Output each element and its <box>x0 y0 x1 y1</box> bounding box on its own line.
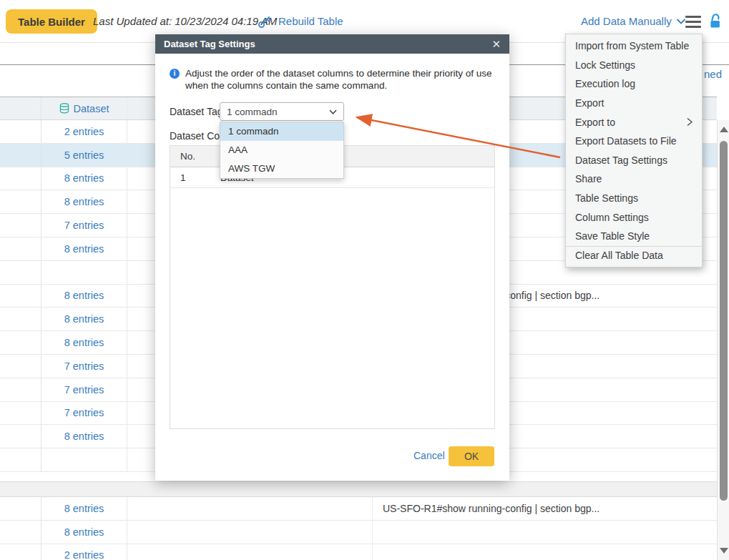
row-entries-link[interactable]: 2 entries <box>64 126 104 137</box>
row-cell: 7 entries <box>41 355 127 378</box>
row-number: 1 <box>170 172 220 183</box>
row-cell <box>0 190 41 213</box>
row-cell <box>0 448 41 471</box>
row-cell: 2 entries <box>41 120 127 143</box>
unlock-icon[interactable] <box>708 13 723 29</box>
chevron-down-icon <box>677 19 685 24</box>
row-cell: 2 entries <box>41 544 127 560</box>
row-cell: 8 entries <box>41 497 127 520</box>
menu-item-label: Execution log <box>575 78 693 89</box>
menu-item-dataset-tag-settings[interactable]: Dataset Tag Settings <box>566 151 702 170</box>
row-cell: 8 entries <box>41 167 127 190</box>
scrollbar-thumb[interactable] <box>720 141 728 501</box>
row-cell: 7 entries <box>41 214 127 237</box>
dataset-tag-selected-value: 1 commadn <box>227 107 329 117</box>
menu-item-label: Clear All Table Data <box>575 250 693 261</box>
row-entries-link[interactable]: 8 entries <box>64 196 104 207</box>
menu-item-table-settings[interactable]: Table Settings <box>566 189 702 208</box>
no-column-header: No. <box>170 151 220 162</box>
row-entries-link[interactable]: 7 entries <box>64 360 104 372</box>
last-updated-text: Last Updated at: 10/23/2024 04:19 AM <box>93 15 277 27</box>
menu-item-label: Table Settings <box>575 192 693 204</box>
scrollbar-down-button[interactable] <box>718 541 729 560</box>
add-data-manually-label: Add Data Manually <box>581 15 672 27</box>
row-number-column-header <box>0 97 41 119</box>
dataset-tag-settings-modal: Dataset Tag Settings ✕ i Adjust the orde… <box>155 34 509 481</box>
add-data-manually-button[interactable]: Add Data Manually <box>581 15 685 27</box>
row-cell <box>0 425 41 448</box>
table-row[interactable]: 2 entries <box>0 544 717 560</box>
row-entries-link[interactable]: 8 entries <box>64 431 104 442</box>
cancel-button[interactable]: Cancel <box>414 450 445 461</box>
dropdown-option-aws-tgw[interactable]: AWS TGW <box>220 159 343 178</box>
menu-item-label: Export Datasets to File <box>575 135 693 147</box>
modal-header: Dataset Tag Settings ✕ <box>155 34 509 54</box>
info-icon: i <box>170 69 180 79</box>
row-cell <box>0 355 41 378</box>
close-icon[interactable]: ✕ <box>491 39 501 49</box>
scroll-down-icon <box>720 548 728 554</box>
menu-item-export-to[interactable]: Export to <box>566 112 702 132</box>
menu-item-label: Column Settings <box>575 212 693 223</box>
row-cell: 8 entries <box>41 190 127 213</box>
row-entries-link[interactable]: 8 entries <box>64 503 104 514</box>
row-cell <box>0 497 41 520</box>
table-row[interactable]: 8 entries <box>0 521 717 544</box>
menu-item-execution-log[interactable]: Execution log <box>566 74 702 94</box>
vertical-scrollbar[interactable] <box>717 120 729 560</box>
dropdown-option-1-commadn[interactable]: 1 commadn <box>220 122 343 141</box>
menu-item-export-datasets-to-file[interactable]: Export Datasets to File <box>566 132 702 151</box>
row-cell <box>0 331 41 354</box>
context-menu: Import from System TableLock SettingsExe… <box>565 34 703 267</box>
row-entries-link[interactable]: 8 entries <box>64 290 104 301</box>
scroll-up-icon <box>720 127 728 132</box>
partial-link-fragment[interactable]: ned <box>704 68 722 80</box>
hamburger-menu-icon[interactable] <box>685 16 701 28</box>
menu-item-share[interactable]: Share <box>566 170 702 189</box>
menu-item-import-from-system-table[interactable]: Import from System Table <box>566 36 702 56</box>
row-cell: 8 entries <box>41 308 127 330</box>
dataset-tag-label: Dataset Tag: <box>170 106 225 117</box>
row-entries-link[interactable]: 2 entries <box>64 549 104 560</box>
row-entries-link[interactable]: 7 entries <box>64 407 104 418</box>
rebuild-key-icon[interactable] <box>258 15 271 29</box>
menu-item-label: Export <box>575 97 693 109</box>
row-entries-link[interactable]: 7 entries <box>64 384 104 396</box>
dataset-tag-dropdown-list: 1 commadnAAAAWS TGW <box>220 122 344 179</box>
row-cell <box>127 544 373 560</box>
row-entries-link[interactable]: 8 entries <box>64 243 104 255</box>
row-entries-link[interactable]: 8 entries <box>64 526 104 538</box>
row-cell <box>0 261 41 284</box>
table-builder-button[interactable]: Table Builder <box>6 9 97 34</box>
dropdown-option-aaa[interactable]: AAA <box>220 141 343 159</box>
row-command-text: US-SFO-R1#show running-config | section … <box>383 503 600 514</box>
row-cell: 7 entries <box>41 378 127 401</box>
menu-item-export[interactable]: Export <box>566 94 702 113</box>
row-cell <box>0 285 41 308</box>
menu-item-lock-settings[interactable]: Lock Settings <box>566 56 702 75</box>
row-cell <box>127 497 373 520</box>
table-row[interactable]: 8 entriesUS-SFO-R1#show running-config |… <box>0 497 717 521</box>
row-cell <box>373 544 717 560</box>
row-cell: 7 entries <box>41 402 127 425</box>
row-entries-link[interactable]: 8 entries <box>64 172 104 184</box>
menu-item-clear-all-table-data[interactable]: Clear All Table Data <box>566 246 702 265</box>
dataset-tag-select[interactable]: 1 commadn <box>220 102 344 121</box>
row-entries-link[interactable]: 8 entries <box>64 337 104 348</box>
menu-item-label: Export to <box>575 117 687 128</box>
scrollbar-up-button[interactable] <box>718 120 729 139</box>
modal-title: Dataset Tag Settings <box>164 39 491 49</box>
row-entries-link[interactable]: 8 entries <box>64 313 104 325</box>
row-cell <box>0 378 41 401</box>
menu-item-save-table-style[interactable]: Save Table Style <box>566 227 702 246</box>
table-builder-app: ned Dataset 2 entries5 entries8 entries8… <box>0 0 729 560</box>
ok-button[interactable]: OK <box>449 446 494 466</box>
row-entries-link[interactable]: 5 entries <box>64 149 104 161</box>
dataset-header-label: Dataset <box>74 103 109 114</box>
rebuild-table-link[interactable]: Rebuild Table <box>278 15 343 27</box>
row-cell <box>0 521 41 544</box>
menu-item-column-settings[interactable]: Column Settings <box>566 207 702 227</box>
dataset-column-header[interactable]: Dataset <box>41 97 127 119</box>
menu-item-label: Dataset Tag Settings <box>575 154 693 166</box>
row-entries-link[interactable]: 7 entries <box>64 220 104 231</box>
